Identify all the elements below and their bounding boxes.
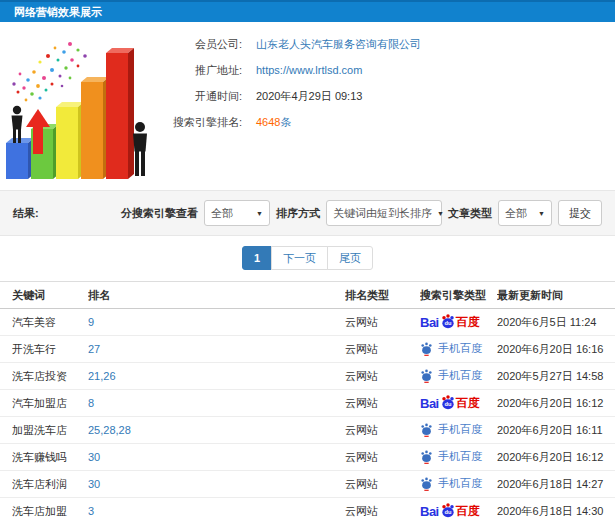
promo-url-link[interactable]: https://www.lrtlsd.com [256,64,362,76]
svg-text:du: du [444,401,451,407]
engine-cell: Bai du 百度 手机百度 [420,449,497,466]
bar-red [106,48,134,179]
baidu-logo: Bai du 百度 [420,502,480,520]
baidu-logo-cn: 百度 [456,395,480,412]
keyword-cell: 洗车店投资 [12,369,88,384]
keyword-cell: 洗车店利润 [12,477,88,492]
bar-yellow [56,102,84,179]
rank-cell[interactable]: 30 [88,451,345,463]
baidu-logo: Bai du 百度 [420,313,480,331]
bar-blue [6,138,34,179]
member-company-link[interactable]: 山东老人头汽车服务咨询有限公司 [256,37,421,52]
header-rank: 排名 [88,288,345,303]
rank-cell[interactable]: 3 [88,505,345,517]
table-header-row: 关键词 排名 排名类型 搜索引擎类型 最新更新时间 [0,281,615,309]
rank-type-cell: 云网站 [345,342,420,357]
keyword-cell: 洗车店加盟 [12,504,88,519]
mobile-baidu-paw-icon [420,449,433,464]
keyword-cell: 加盟洗车店 [12,423,88,438]
results-table: 关键词 排名 排名类型 搜索引擎类型 最新更新时间 汽车美容 9 云网站 Bai… [0,281,615,520]
growth-bar-chart-illustration [0,26,155,186]
mobile-baidu-badge: 手机百度 [420,476,482,491]
engine-cell: Bai du 百度 手机百度 [420,476,497,493]
table-body: 汽车美容 9 云网站 Bai du 百度 [0,309,615,520]
baidu-logo-bai: Bai [420,504,439,519]
rank-cell[interactable]: 21,26 [88,370,345,382]
header-keyword: 关键词 [12,288,88,303]
rank-cell[interactable]: 25,28,28 [88,424,345,436]
page-title: 网络营销效果展示 [14,6,102,18]
article-type-selected: 全部 [505,206,527,221]
mobile-baidu-label: 手机百度 [438,341,482,356]
rank-cell[interactable]: 27 [88,343,345,355]
baidu-logo-bai: Bai [420,315,439,330]
ranking-count-label: 搜索引擎排名: [158,115,242,130]
table-row[interactable]: 洗车赚钱吗 30 云网站 Bai du 百度 [0,444,615,471]
baidu-paw-icon: du [440,313,456,329]
baidu-paw-icon: du [440,502,456,518]
engine-cell: Bai du 百度 手机百度 [420,368,497,385]
baidu-logo-cn: 百度 [456,314,480,331]
mobile-baidu-label: 手机百度 [438,449,482,464]
baidu-logo-bai: Bai [420,396,439,411]
result-label: 结果: [13,206,39,221]
rank-cell[interactable]: 30 [88,478,345,490]
rank-cell[interactable]: 9 [88,316,345,328]
rank-type-cell: 云网站 [345,504,420,519]
promo-url-row: 推广地址: https://www.lrtlsd.com [158,57,615,83]
baidu-paw-icon: du [440,394,456,410]
header-engine-type: 搜索引擎类型 [420,288,497,303]
open-time-label: 开通时间: [158,89,242,104]
page-header: 网络营销效果展示 [0,0,615,22]
svg-text:du: du [444,509,451,515]
member-company-label: 会员公司: [158,37,242,52]
keyword-cell: 洗车赚钱吗 [12,450,88,465]
page-button-1[interactable]: 1 [242,246,272,270]
pagination: 1 下一页 尾页 [0,246,615,270]
updated-cell: 2020年6月20日 16:12 [497,396,615,411]
rank-type-cell: 云网站 [345,396,420,411]
chevron-down-icon: ▼ [437,210,444,217]
rank-type-cell: 云网站 [345,423,420,438]
updated-cell: 2020年6月18日 14:27 [497,477,615,492]
last-page-button[interactable]: 尾页 [327,246,373,270]
keyword-cell: 开洗车行 [12,342,88,357]
ranking-count-value: 4648 [256,116,280,128]
table-row[interactable]: 汽车美容 9 云网站 Bai du 百度 [0,309,615,336]
promo-url-label: 推广地址: [158,63,242,78]
baidu-logo-cn: 百度 [456,503,480,520]
mobile-baidu-paw-icon [420,422,433,437]
table-row[interactable]: 洗车店加盟 3 云网站 Bai du 百度 [0,498,615,520]
chevron-down-icon: ▼ [256,210,263,217]
sort-select[interactable]: 关键词由短到长排序 ▼ [326,200,442,226]
engine-view-select[interactable]: 全部 ▼ [204,200,270,226]
table-row[interactable]: 洗车店投资 21,26 云网站 Bai du 百度 [0,363,615,390]
open-time-row: 开通时间: 2020年4月29日 09:13 [158,83,615,109]
updated-cell: 2020年6月20日 16:12 [497,450,615,465]
engine-view-selected: 全部 [211,206,233,221]
sort-selected: 关键词由短到长排序 [333,206,432,221]
rank-type-cell: 云网站 [345,477,420,492]
updated-cell: 2020年6月5日 11:24 [497,315,615,330]
engine-cell: Bai du 百度 手机百度 [420,394,497,412]
member-info-panel: 会员公司: 山东老人头汽车服务咨询有限公司 推广地址: https://www.… [158,22,615,135]
updated-cell: 2020年5月27日 14:58 [497,369,615,384]
engine-view-label: 分搜索引擎查看 [121,206,198,221]
table-row[interactable]: 汽车加盟店 8 云网站 Bai du 百度 [0,390,615,417]
confetti-dots [12,42,87,101]
keyword-cell: 汽车美容 [12,315,88,330]
rank-type-cell: 云网站 [345,315,420,330]
rank-cell[interactable]: 8 [88,397,345,409]
baidu-logo: Bai du 百度 [420,394,480,412]
updated-cell: 2020年6月20日 16:16 [497,342,615,357]
mobile-baidu-badge: 手机百度 [420,449,482,464]
table-row[interactable]: 开洗车行 27 云网站 Bai du 百度 [0,336,615,363]
mobile-baidu-paw-icon [420,476,433,491]
mobile-baidu-badge: 手机百度 [420,341,482,356]
article-type-select[interactable]: 全部 ▼ [498,200,552,226]
table-row[interactable]: 洗车店利润 30 云网站 Bai du 百度 [0,471,615,498]
submit-button[interactable]: 提交 [558,200,602,226]
updated-cell: 2020年6月18日 14:30 [497,504,615,519]
table-row[interactable]: 加盟洗车店 25,28,28 云网站 Bai du 百度 [0,417,615,444]
next-page-button[interactable]: 下一页 [271,246,328,270]
